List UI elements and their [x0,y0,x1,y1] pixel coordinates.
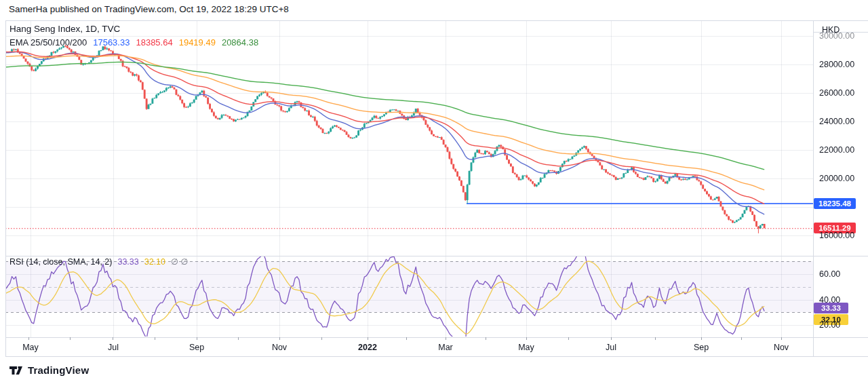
tradingview-chart-snapshot: SamerHa published on TradingView.com, Oc… [0,0,868,382]
ema200-value: 20864.38 [222,37,258,47]
ema25-value: 17563.33 [93,37,130,47]
rsi-hidden-values: ∅ ∅ [171,257,188,267]
main-legend: Hang Seng Index, 1D, TVC EMA 25/50/100/2… [9,22,258,50]
ema50-value: 18385.64 [136,37,172,47]
time-axis-label: Sep [686,343,716,352]
symbol-title[interactable]: Hang Seng Index, 1D, TVC [9,22,258,36]
price-axis-label: 20000.00 [819,173,854,184]
price-axis-label: 30000.00 [819,31,854,41]
time-axis-label: Jul [596,343,626,352]
ema100-value: 19419.49 [179,37,216,47]
time-axis-label: Nov [766,343,796,352]
price-axis-label: 24000.00 [819,116,854,127]
alert-price-badge: 18235.48 [814,198,856,209]
rsi-axis-label: 60.00 [819,269,840,280]
tradingview-logo-icon [9,366,23,375]
rsi-legend: RSI (14, close, SMA, 14, 2)33.3332.10∅ ∅ [9,256,188,267]
price-axis-label: 28000.00 [819,59,854,70]
price-axis-label: 26000.00 [819,88,854,98]
time-axis[interactable]: MayJulSepNov2022MarMayJulSepNov [0,337,868,356]
rsi-axis-label: 40.00 [819,294,840,305]
time-axis-label: 2022 [353,343,382,352]
footer-brand[interactable]: TradingView [9,364,89,376]
price-axis[interactable]: HKD 18235.48 16511.29 33.33 32.10 30000.… [813,20,868,356]
price-axis-label: 22000.00 [819,145,854,155]
time-axis-label: May [511,343,541,352]
time-axis-label: Sep [182,343,212,352]
ema-legend: EMA 25/50/100/20017563.3318385.6419419.4… [9,36,258,50]
chart-canvas[interactable] [0,0,868,382]
rsi-value: 33.33 [117,257,138,267]
time-axis-label: Nov [264,343,294,352]
ema-legend-label: EMA 25/50/100/200 [9,37,87,47]
price-axis-label: 16000.00 [819,230,854,241]
rsi-axis-label: 20.00 [819,320,840,330]
time-axis-label: May [16,343,45,352]
time-axis-label: Jul [98,343,128,352]
rsi-legend-label[interactable]: RSI (14, close, SMA, 14, 2) [9,257,112,267]
footer-brand-text: TradingView [28,364,89,376]
rsi-ma-value: 32.10 [144,257,165,267]
time-axis-label: Mar [431,343,460,352]
